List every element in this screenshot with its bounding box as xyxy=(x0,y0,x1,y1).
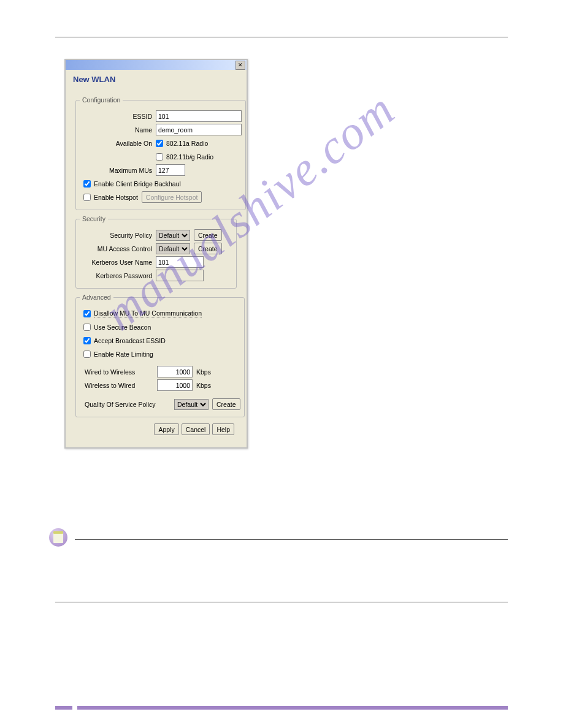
max-mus-input[interactable] xyxy=(156,164,185,176)
disallow-mu-row: Disallow MU To MU Commmunication xyxy=(80,308,240,319)
security-policy-select[interactable]: Default xyxy=(156,230,190,241)
configure-hotspot-button: Configure Hotspot xyxy=(142,191,202,203)
mu-access-row: MU Access Control Default Create xyxy=(80,243,232,254)
qos-label: Quality Of Service Policy xyxy=(80,401,174,408)
dialog-button-row: Apply Cancel Help xyxy=(75,422,237,439)
qos-select[interactable]: Default xyxy=(174,399,209,410)
advanced-legend: Advanced xyxy=(80,294,113,301)
kerberos-user-label: Kerberos User Name xyxy=(80,259,156,266)
footer-segment-2 xyxy=(77,706,508,710)
page-container: ✕ New WLAN Configuration ESSID Name Avai… xyxy=(0,0,563,627)
rate-limiting-checkbox[interactable] xyxy=(83,351,91,358)
footer-gap xyxy=(72,706,77,710)
advanced-fieldset: Advanced Disallow MU To MU Commmunicatio… xyxy=(75,294,245,417)
hotspot-row: Enable Hotspot Configure Hotspot xyxy=(80,191,242,203)
wireless-to-wired-input[interactable] xyxy=(157,379,193,391)
max-mus-row: Maximum MUs xyxy=(80,164,242,176)
enable-hotspot-checkbox[interactable] xyxy=(83,194,91,201)
radio-80211bg-checkbox[interactable] xyxy=(156,153,163,161)
kerberos-pass-row: Kerberos Password xyxy=(80,270,232,281)
wired-to-wireless-label: Wired to Wireless xyxy=(80,368,157,376)
essid-input[interactable] xyxy=(156,110,242,122)
accept-broadcast-row: Accept Broadcast ESSID xyxy=(80,335,240,346)
rate-limiting-row: Enable Rate Limiting xyxy=(80,348,240,360)
secure-beacon-label: Use Secure Beacon xyxy=(94,324,151,331)
enable-client-bridge-label: Enable Client Bridge Backhaul xyxy=(94,180,181,188)
max-mus-label: Maximum MUs xyxy=(80,167,156,174)
disallow-mu-checkbox[interactable] xyxy=(83,310,91,317)
disallow-mu-label: Disallow MU To MU Commmunication xyxy=(94,309,202,317)
security-policy-create-button[interactable]: Create xyxy=(194,229,222,241)
kerberos-pass-label: Kerberos Password xyxy=(80,272,156,279)
rate-limiting-label: Enable Rate Limiting xyxy=(94,351,153,358)
security-policy-label: Security Policy xyxy=(80,232,156,239)
secure-beacon-checkbox[interactable] xyxy=(83,324,91,331)
section-divider xyxy=(55,602,508,602)
name-input[interactable] xyxy=(156,124,242,135)
footer-segment-1 xyxy=(55,706,72,710)
essid-label: ESSID xyxy=(80,113,156,120)
security-legend: Security xyxy=(80,215,108,222)
wired-to-wireless-input[interactable] xyxy=(157,366,193,377)
top-divider xyxy=(55,37,508,37)
client-bridge-row: Enable Client Bridge Backhaul xyxy=(80,178,242,189)
apply-button[interactable]: Apply xyxy=(154,423,178,435)
secure-beacon-row: Use Secure Beacon xyxy=(80,321,240,333)
security-fieldset: Security Security Policy Default Create … xyxy=(75,215,237,289)
note-section xyxy=(55,528,508,547)
note-icon xyxy=(49,528,67,547)
radio-bg-row: 802.11b/g Radio xyxy=(80,151,242,162)
available-on-label: Available On xyxy=(80,140,156,147)
note-divider xyxy=(75,539,508,540)
mu-access-label: MU Access Control xyxy=(80,245,156,252)
wired-to-wireless-row: Wired to Wireless Kbps xyxy=(80,366,240,377)
kbps-unit-2: Kbps xyxy=(196,382,211,389)
radio-80211a-label: 802.11a Radio xyxy=(166,140,208,147)
kerberos-user-input[interactable] xyxy=(156,256,204,268)
dialog-title: New WLAN xyxy=(66,70,247,90)
configuration-fieldset: Configuration ESSID Name Available On 80… xyxy=(75,96,246,210)
wireless-to-wired-label: Wireless to Wired xyxy=(80,382,157,389)
dialog-titlebar: ✕ xyxy=(66,60,247,70)
new-wlan-dialog: ✕ New WLAN Configuration ESSID Name Avai… xyxy=(64,59,248,449)
qos-create-button[interactable]: Create xyxy=(212,398,240,410)
kerberos-user-row: Kerberos User Name xyxy=(80,256,232,268)
help-button[interactable]: Help xyxy=(212,423,234,435)
radio-80211a-checkbox[interactable] xyxy=(156,140,163,147)
mu-access-select[interactable]: Default xyxy=(156,243,190,254)
footer-bar xyxy=(55,706,508,710)
available-on-row: Available On 802.11a Radio xyxy=(80,137,242,149)
kbps-unit-1: Kbps xyxy=(196,368,211,376)
configuration-legend: Configuration xyxy=(80,96,123,104)
name-label: Name xyxy=(80,126,156,134)
enable-hotspot-label: Enable Hotspot xyxy=(94,194,138,201)
enable-client-bridge-checkbox[interactable] xyxy=(83,180,91,188)
name-row: Name xyxy=(80,124,242,135)
kerberos-pass-input[interactable] xyxy=(156,270,204,281)
wireless-to-wired-row: Wireless to Wired Kbps xyxy=(80,379,240,391)
essid-row: ESSID xyxy=(80,110,242,122)
cancel-button[interactable]: Cancel xyxy=(182,423,210,435)
close-icon[interactable]: ✕ xyxy=(236,61,245,70)
accept-broadcast-checkbox[interactable] xyxy=(83,337,91,344)
accept-broadcast-label: Accept Broadcast ESSID xyxy=(94,337,166,344)
radio-80211bg-label: 802.11b/g Radio xyxy=(166,153,213,161)
mu-access-create-button[interactable]: Create xyxy=(194,243,222,254)
qos-row: Quality Of Service Policy Default Create xyxy=(80,398,240,410)
security-policy-row: Security Policy Default Create xyxy=(80,229,232,241)
dialog-body: Configuration ESSID Name Available On 80… xyxy=(71,90,242,444)
